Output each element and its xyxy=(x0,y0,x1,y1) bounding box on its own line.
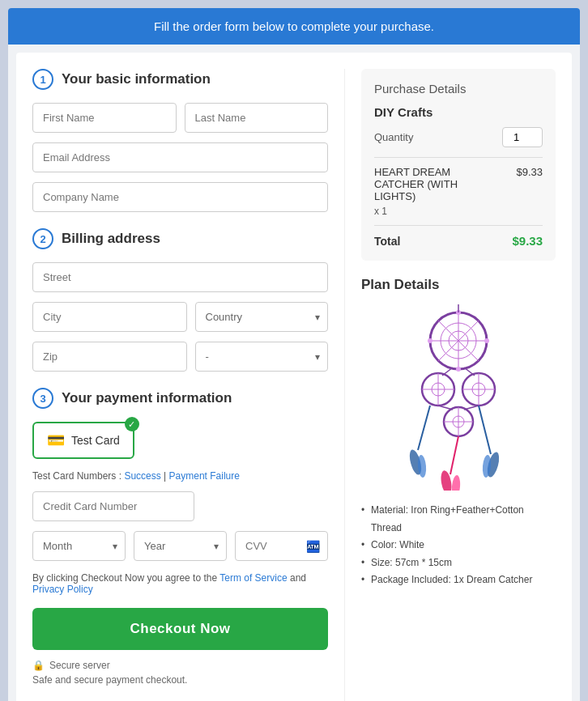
street-input[interactable] xyxy=(32,262,328,292)
section-billing: 2 Billing address Country xyxy=(32,228,328,372)
section1-header: 1 Your basic information xyxy=(32,69,328,90)
total-row: Total $9.33 xyxy=(374,234,543,248)
product-category: DIY Crafts xyxy=(374,105,543,119)
test-card-note: Test Card Numbers : Success | Payment Fa… xyxy=(32,470,328,482)
state-wrapper: - xyxy=(195,342,329,372)
state-select[interactable]: - xyxy=(195,342,329,372)
spec-item: Material: Iron Ring+Feather+Cotton Threa… xyxy=(361,502,556,537)
company-row xyxy=(32,182,328,212)
top-banner: Fill the order form below to complete yo… xyxy=(8,8,580,45)
lock-icon: 🔒 xyxy=(32,660,45,671)
failure-link[interactable]: Payment Failure xyxy=(169,470,240,482)
secure-label: Secure server xyxy=(49,660,110,671)
section3-header: 3 Your payment information xyxy=(32,388,328,409)
payment-method-label: Test Card xyxy=(71,434,120,447)
total-price: $9.33 xyxy=(512,234,543,248)
dream-catcher-image xyxy=(361,304,556,491)
checkout-button[interactable]: Checkout Now xyxy=(32,608,328,650)
product-name-qty: HEART DREAM CATCHER (WITH LIGHTS) x 1 xyxy=(374,166,496,217)
product-price: $9.33 xyxy=(516,166,543,178)
company-input[interactable] xyxy=(32,182,328,212)
cvv-wrapper: 🏧 xyxy=(235,531,328,561)
month-select[interactable]: Month xyxy=(32,531,126,561)
section3-title: Your payment information xyxy=(62,390,232,406)
street-row xyxy=(32,262,328,292)
banner-text: Fill the order form below to complete yo… xyxy=(154,19,434,33)
terms-text: By clicking Checkout Now you agree to th… xyxy=(32,572,328,595)
total-label: Total xyxy=(374,235,400,248)
name-row xyxy=(32,103,328,133)
svg-line-33 xyxy=(479,406,491,454)
quantity-label: Quantity xyxy=(374,131,413,143)
section2-title: Billing address xyxy=(62,231,160,247)
terms-link[interactable]: Term of Service xyxy=(219,572,287,584)
cc-number-input[interactable] xyxy=(32,491,194,521)
test-card-text: Test Card Numbers : xyxy=(32,470,121,482)
svg-line-26 xyxy=(464,406,479,410)
email-input[interactable] xyxy=(32,142,328,172)
terms-and: and xyxy=(290,572,306,584)
expiry-cvv-row: Month Year 🏧 xyxy=(32,531,328,561)
section-basic-info: 1 Your basic information xyxy=(32,69,328,212)
svg-point-8 xyxy=(484,338,489,343)
product-specs: Material: Iron Ring+Feather+Cotton Threa… xyxy=(361,502,556,589)
privacy-link[interactable]: Privacy Policy xyxy=(32,584,93,595)
right-column: Purchase Details DIY Crafts Quantity HEA… xyxy=(345,69,556,701)
check-badge: ✓ xyxy=(125,417,139,431)
left-column: 1 Your basic information 2 Billi xyxy=(32,69,345,701)
city-country-row: Country xyxy=(32,302,328,332)
purchase-details-box: Purchase Details DIY Crafts Quantity HEA… xyxy=(361,69,556,261)
svg-line-27 xyxy=(418,406,430,450)
section-payment: 3 Your payment information 💳 Test Card ✓… xyxy=(32,388,328,686)
secure-sub: Safe and secure payment checkout. xyxy=(32,674,328,686)
year-select[interactable]: Year xyxy=(134,531,227,561)
svg-line-30 xyxy=(450,436,458,474)
svg-line-23 xyxy=(442,367,453,376)
section3-number: 3 xyxy=(32,388,53,409)
section2-number: 2 xyxy=(32,228,53,249)
success-link[interactable]: Success xyxy=(124,470,160,482)
credit-card-icon: 💳 xyxy=(47,431,65,449)
product-name: HEART DREAM CATCHER (WITH LIGHTS) xyxy=(374,166,496,202)
last-name-input[interactable] xyxy=(185,103,329,133)
cvv-icon: 🏧 xyxy=(306,540,320,553)
section1-title: Your basic information xyxy=(62,71,211,87)
terms-prefix: By clicking Checkout Now you agree to th… xyxy=(32,572,217,584)
city-input[interactable] xyxy=(32,302,187,332)
plan-details: Plan Details xyxy=(361,277,556,589)
svg-line-24 xyxy=(464,367,475,376)
svg-point-10 xyxy=(428,338,432,343)
zip-state-row: - xyxy=(32,342,328,372)
country-wrapper: Country xyxy=(195,302,329,332)
product-row: HEART DREAM CATCHER (WITH LIGHTS) x 1 $9… xyxy=(374,157,543,226)
email-row xyxy=(32,142,328,172)
cc-number-row xyxy=(32,491,328,521)
payment-method-box[interactable]: 💳 Test Card ✓ xyxy=(32,422,134,459)
plan-details-title: Plan Details xyxy=(361,277,556,293)
quantity-input[interactable] xyxy=(502,127,543,147)
month-wrapper: Month xyxy=(32,531,126,561)
svg-line-25 xyxy=(438,406,453,410)
first-name-input[interactable] xyxy=(32,103,177,133)
spec-item: Package Included: 1x Dream Catcher xyxy=(361,571,556,589)
zip-input[interactable] xyxy=(32,342,187,372)
svg-point-32 xyxy=(451,475,461,491)
product-qty: x 1 xyxy=(374,206,496,217)
year-wrapper: Year xyxy=(134,531,227,561)
spec-item: Size: 57cm * 15cm xyxy=(361,554,556,572)
country-select[interactable]: Country xyxy=(195,302,329,332)
main-content: 1 Your basic information 2 Billi xyxy=(16,53,572,701)
purchase-details-title: Purchase Details xyxy=(374,82,543,96)
quantity-row: Quantity xyxy=(374,127,543,147)
section2-header: 2 Billing address xyxy=(32,228,328,249)
section1-number: 1 xyxy=(32,69,53,90)
page-wrapper: Fill the order form below to complete yo… xyxy=(8,8,580,701)
svg-point-9 xyxy=(456,367,461,372)
spec-item: Color: White xyxy=(361,537,556,554)
secure-note: 🔒 Secure server xyxy=(32,660,328,671)
